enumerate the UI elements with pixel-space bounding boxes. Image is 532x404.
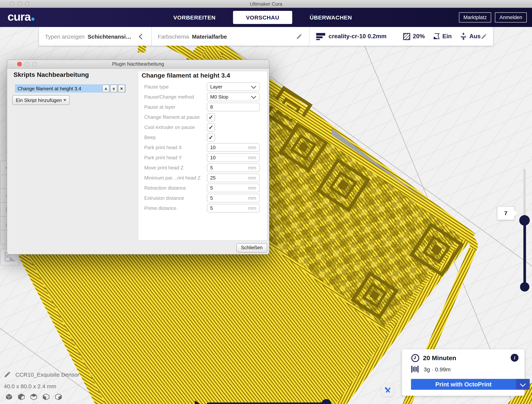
field-row-pause-type: Pause typeLayer xyxy=(138,82,267,92)
field-value: 8 xyxy=(210,104,259,110)
print-setup-summary[interactable]: creality-cr-10 0.2mm 20% Ein Aus xyxy=(310,27,493,46)
field-value: M0 Stop xyxy=(210,94,252,100)
dropdown-triangle-icon xyxy=(63,99,66,101)
current-layer-badge: 7 xyxy=(497,206,514,220)
view-type-value: Schichtenansi… xyxy=(88,33,131,39)
marketplace-button[interactable]: Marktplatz xyxy=(459,12,491,22)
dialog-titlebar[interactable]: Plugin Nachbearbeitung xyxy=(7,60,269,69)
prime-distance-input[interactable]: 5mm xyxy=(207,204,260,212)
field-row-change-filament-at-pause: Change filament at pause✓ xyxy=(138,112,267,122)
pause-at-layer-input[interactable]: 8 xyxy=(207,103,260,111)
field-label: Change filament at pause xyxy=(144,114,205,120)
print-settings-quick-button[interactable] xyxy=(381,384,394,397)
3d-viewport[interactable]: 7 20 xyxy=(0,7,532,404)
field-unit: mm xyxy=(248,145,256,150)
field-value: 5 xyxy=(210,195,248,201)
field-value: Layer xyxy=(210,84,252,90)
material-spool-icon xyxy=(411,365,419,373)
field-unit: mm xyxy=(248,175,256,181)
chevron-left-icon[interactable] xyxy=(139,33,145,39)
play-icon[interactable] xyxy=(195,401,200,404)
layer-slider-lower-handle[interactable] xyxy=(520,282,529,292)
add-script-button[interactable]: Ein Skript hinzufügen xyxy=(12,95,70,105)
print-options-dropdown[interactable] xyxy=(516,379,530,390)
pause-change-method-select[interactable]: M0 Stop xyxy=(207,93,260,101)
print-with-octoprint-button[interactable]: Print with OctoPrint xyxy=(411,379,516,390)
move-script-up-button[interactable]: ∧ xyxy=(102,84,109,92)
field-unit: mm xyxy=(248,185,256,191)
print-time-estimate: 20 Minuten xyxy=(423,354,456,362)
info-icon[interactable]: i xyxy=(511,354,519,362)
tab-überwachen[interactable]: ÜBERWACHEN xyxy=(301,11,361,24)
printer-profile-value: creality-cr-10 0.2mm xyxy=(329,33,387,40)
view-type-selector[interactable]: Typen anzeigen Schichtenansi… xyxy=(39,27,151,46)
pause-type-select[interactable]: Layer xyxy=(207,83,260,91)
layer-slider-upper-handle[interactable] xyxy=(519,215,530,226)
script-name: Change filament at height 3.4 xyxy=(18,86,102,91)
preview-toolbar: Typen anzeigen Schichtenansi… Farbschema… xyxy=(39,27,493,46)
park-print-head-x-input[interactable]: 10mm xyxy=(207,143,260,152)
field-row-move-print-head-z: Move print head Z5mm xyxy=(138,163,267,173)
cool-extruder-on-pause-checkbox[interactable]: ✓ xyxy=(207,123,215,131)
field-row-pause-at-layer: Pause at layer8 xyxy=(138,102,267,112)
support-icon xyxy=(433,33,440,40)
field-label: Minimum par…rint head Z xyxy=(144,175,205,181)
close-dialog-button[interactable]: Schließen xyxy=(236,243,267,253)
field-row-pause-change-method: Pause/Change methodM0 Stop xyxy=(138,92,267,102)
move-print-head-z-input[interactable]: 5mm xyxy=(207,163,260,172)
change-filament-at-pause-checkbox[interactable]: ✓ xyxy=(207,113,215,121)
field-unit: mm xyxy=(248,165,256,171)
remove-script-button[interactable]: ✕ xyxy=(118,84,125,92)
cura-app-window: 7 20 xyxy=(0,0,532,404)
view-left-icon[interactable] xyxy=(42,393,50,400)
macos-titlebar[interactable]: Ultimaker Cura xyxy=(0,0,532,8)
field-label: Cool extruder on pause xyxy=(144,124,205,130)
object-dimensions: 40.0 x 80.0 x 2.4 mm xyxy=(4,383,79,389)
cura-logo: cura xyxy=(7,10,35,24)
rename-pencil-icon[interactable] xyxy=(4,371,11,378)
field-row-park-print-head-x: Park print head X10mm xyxy=(138,142,267,153)
logo-dot-icon xyxy=(32,18,35,21)
field-label: Pause type xyxy=(144,84,205,90)
field-row-extrusion-distance: Extrusion distance5mm xyxy=(138,193,267,203)
view-3d-icon[interactable] xyxy=(5,393,13,400)
stage-tabs: VORBEREITENVORSCHAUÜBERWACHEN xyxy=(165,7,361,27)
material-estimate: 3g · 0.99m xyxy=(424,366,450,372)
field-label: Move print head Z xyxy=(144,165,205,171)
script-settings-panel: Change filament at height 3.4 Pause type… xyxy=(138,71,267,241)
camera-view-buttons xyxy=(5,393,62,400)
simulation-slider-track[interactable] xyxy=(207,403,327,404)
field-value: 5 xyxy=(210,165,248,171)
object-info: CCR10_Exquisite Densor 40.0 x 80.0 x 2.4… xyxy=(4,371,79,389)
adhesion-value: Aus xyxy=(469,33,481,40)
retraction-distance-input[interactable]: 5mm xyxy=(207,184,260,192)
selected-script-row[interactable]: Change filament at height 3.4 ∧ ∨ ✕ xyxy=(15,84,126,93)
field-unit: mm xyxy=(248,195,256,201)
field-value: 5 xyxy=(210,205,248,211)
edit-pencil-icon[interactable] xyxy=(296,33,302,39)
field-value: 10 xyxy=(210,155,248,160)
view-front-icon[interactable] xyxy=(18,393,25,400)
color-scheme-selector[interactable]: Farbschema Materialfarbe xyxy=(152,27,309,46)
field-label: Beep xyxy=(144,135,205,140)
layer-slider-range xyxy=(523,220,526,288)
tab-vorbereiten[interactable]: VORBEREITEN xyxy=(165,11,224,24)
field-label: Pause/Change method xyxy=(144,94,205,100)
field-label: Extrusion distance xyxy=(144,195,205,201)
signin-button[interactable]: Anmelden xyxy=(495,12,527,22)
infill-icon xyxy=(403,33,410,40)
field-value: 25 xyxy=(210,175,248,181)
chevron-down-icon xyxy=(251,94,256,99)
view-right-icon[interactable] xyxy=(55,393,62,400)
settings-heading: Change filament at height 3.4 xyxy=(142,72,230,79)
view-top-icon[interactable] xyxy=(30,393,38,400)
tab-vorschau[interactable]: VORSCHAU xyxy=(233,11,292,24)
chevron-down-icon xyxy=(251,83,256,89)
move-script-down-button[interactable]: ∨ xyxy=(110,84,117,92)
edit-print-setup-icon[interactable] xyxy=(481,33,487,39)
park-print-head-y-input[interactable]: 10mm xyxy=(207,153,260,162)
minimum-par-rint-head-z-input[interactable]: 25mm xyxy=(207,173,260,182)
field-row-prime-distance: Prime distance5mm xyxy=(138,203,267,213)
extrusion-distance-input[interactable]: 5mm xyxy=(207,194,260,202)
beep-checkbox[interactable]: ✓ xyxy=(207,133,215,141)
